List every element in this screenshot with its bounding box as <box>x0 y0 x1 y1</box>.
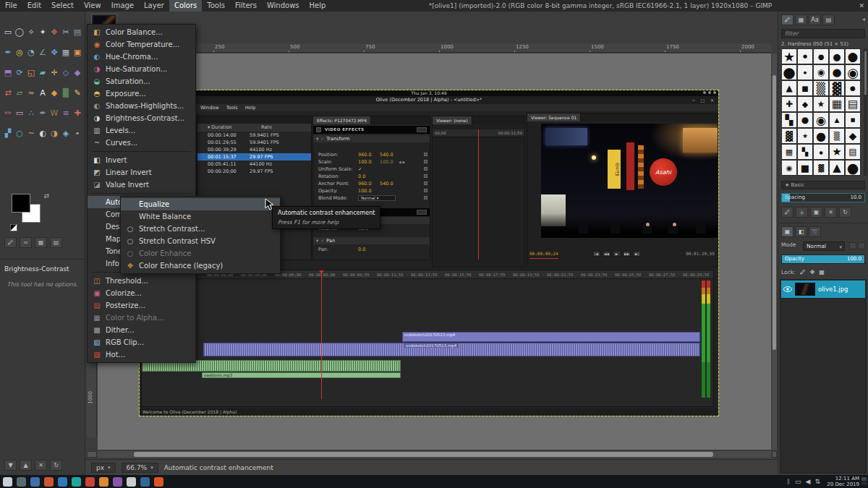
field-value[interactable]: 0.0 <box>358 173 365 180</box>
brush-thumbnail[interactable]: ● <box>797 64 813 80</box>
layer-row-selected[interactable]: olive1.jpg <box>781 281 865 298</box>
menu-edit[interactable]: Edit <box>22 0 46 12</box>
paintbrush-tool[interactable]: ✏ <box>2 103 14 123</box>
menu-item-colorize[interactable]: ▣Colorize... <box>88 287 195 299</box>
clone-tool[interactable]: ≡ <box>60 103 72 123</box>
brush-thumbnail[interactable]: ● <box>797 112 813 128</box>
keyframe-nav-icons[interactable]: ◀ ▶ <box>399 158 405 166</box>
tab-viewer-none[interactable]: Viewer: (none) <box>433 116 472 124</box>
pattern-button[interactable]: ▦ <box>35 237 47 248</box>
menu-item-white-balance[interactable]: White Balance <box>121 210 280 223</box>
menu-item-value-invert[interactable]: ◪Value Invert <box>88 179 195 191</box>
menu-windows[interactable]: Windows <box>262 0 305 12</box>
keyframe-toggle-icon[interactable] <box>424 181 427 185</box>
field-value[interactable]: 100.0 <box>358 187 372 194</box>
tab-patterns[interactable]: ▦ <box>795 14 807 25</box>
bluetooth-icon[interactable]: ᛒ <box>787 478 791 485</box>
brush-thumbnail[interactable]: ● <box>829 64 845 80</box>
reset-tool-options-button[interactable]: ↻ <box>50 460 62 471</box>
save-tool-preset-button[interactable]: ▼ <box>4 460 17 471</box>
keyframe-toggle-icon[interactable] <box>424 153 427 156</box>
brush-thumbnail[interactable]: ● <box>829 48 845 64</box>
enabled-checkbox[interactable]: ✓ <box>320 136 324 141</box>
brush-thumbnail[interactable]: ◉ <box>813 64 829 80</box>
brush-thumbnail[interactable]: ★ <box>781 48 797 64</box>
collapse-icon[interactable]: ▾ <box>316 238 318 244</box>
menu-help[interactable]: Help <box>305 0 331 12</box>
color-picker-tool[interactable]: ◎ <box>14 42 25 62</box>
handle-transform-tool[interactable]: ✛ <box>48 62 60 82</box>
checkbox-checked[interactable]: ✓ <box>358 166 362 173</box>
olive-menu-help[interactable]: Help <box>245 104 256 111</box>
warp-transform-tool[interactable]: ≈ <box>25 82 37 103</box>
scale-tool[interactable]: ◱ <box>25 62 37 82</box>
olive-menu-tools[interactable]: Tools <box>226 104 238 111</box>
tab-brushes[interactable]: 🖉 <box>781 14 793 25</box>
media-item[interactable]: 00:00:20;0029.97 FPS <box>197 168 311 175</box>
brush-filter-input[interactable]: filter <box>781 29 865 38</box>
smudge-tool[interactable]: ~ <box>25 123 37 143</box>
dodge-burn-tool[interactable]: ◐ <box>37 123 48 143</box>
menu-layer[interactable]: Layer <box>139 0 169 12</box>
brush-thumbnail[interactable]: ◆ <box>797 96 813 112</box>
zoom-dropdown[interactable]: 66.7%▾ <box>122 463 158 473</box>
horizontal-scrollbar-thumb[interactable] <box>134 452 713 457</box>
configure-tab-icon[interactable]: ◂ <box>862 16 865 22</box>
play-button[interactable]: ▶ <box>613 251 621 257</box>
menu-file[interactable]: File <box>0 0 22 12</box>
tab-gradients[interactable]: ▤ <box>822 14 835 25</box>
measure-tool[interactable]: ∠ <box>37 42 48 62</box>
brush-thumbnail[interactable]: ▲ <box>829 160 845 176</box>
tab-viewer-sequence[interactable]: Viewer: Sequence 01 <box>527 114 581 121</box>
field-value[interactable]: 0.0 <box>358 246 365 253</box>
ink-tool[interactable]: ✒ <box>37 103 48 123</box>
menu-item-posterize[interactable]: ▤Posterize... <box>88 299 195 312</box>
shear-tool[interactable]: ▰ <box>37 62 48 82</box>
brush-thumbnail[interactable]: ● <box>781 64 797 80</box>
mypaint-brush-tool[interactable]: W <box>48 103 60 123</box>
duplicate-brush-button[interactable]: ▣ <box>810 207 822 218</box>
enabled-checkbox[interactable]: ✓ <box>320 238 324 243</box>
add-effect-button[interactable] <box>417 210 427 215</box>
image-editor-icon[interactable] <box>99 477 109 487</box>
chat-icon[interactable] <box>154 477 163 487</box>
video-clip[interactable]: endsketch20170513.mp4 <box>402 332 700 342</box>
delete-brush-button[interactable]: ✕ <box>825 207 837 218</box>
menu-filters[interactable]: Filters <box>230 0 262 12</box>
field-value[interactable]: 960.0 <box>358 151 372 158</box>
pan-section-header[interactable]: ▾✓Pan <box>313 237 430 244</box>
brush-thumbnail[interactable]: ◆ <box>845 128 861 144</box>
unit-dropdown[interactable]: px▾ <box>91 463 116 473</box>
layer-opacity-slider[interactable]: Opacity 100.0 <box>781 254 865 264</box>
brush-thumbnail[interactable]: ✚ <box>781 96 797 112</box>
brush-thumbnail[interactable]: ▓ <box>829 80 845 96</box>
lock-alpha-icon[interactable]: ▦ <box>819 269 825 275</box>
eraser-tool[interactable]: ▭ <box>14 103 25 123</box>
keyframe-toggle-icon[interactable] <box>424 167 427 171</box>
gradient-button[interactable]: ▤ <box>50 237 62 248</box>
volume-icon[interactable]: ◀ <box>806 478 811 485</box>
mode-extra-buttons[interactable] <box>849 242 865 249</box>
track-buttons[interactable]: ○＋ <box>143 361 148 372</box>
cage-transform-tool[interactable]: ▱ <box>14 82 25 103</box>
brush-thumbnail[interactable]: ● <box>845 48 861 64</box>
menu-item-brightness-contrast[interactable]: ◑Brightness-Contrast... <box>88 112 195 124</box>
brush-editor-button[interactable]: 🖉 <box>4 237 17 248</box>
brush-thumbnail[interactable]: ● <box>845 160 861 176</box>
skip-to-start-button[interactable]: |◀ <box>592 251 600 257</box>
refresh-brushes-button[interactable]: ↻ <box>839 207 851 218</box>
brush-thumbnail[interactable]: ■ <box>797 160 813 176</box>
brush-thumbnail[interactable]: ★ <box>797 128 813 144</box>
tab-paths[interactable]: ➰ <box>809 226 821 237</box>
visibility-eye-icon[interactable] <box>783 285 792 294</box>
quick-mask-button[interactable] <box>87 451 97 458</box>
menu-item-hue-chroma[interactable]: ◐Hue-Chroma... <box>88 51 195 63</box>
field-value[interactable]: 960.0 <box>358 180 372 187</box>
menu-item-color-balance[interactable]: ◧Color Balance... <box>88 26 195 38</box>
terminal-icon[interactable] <box>127 477 136 487</box>
spacing-value[interactable]: 10.0 <box>850 194 861 202</box>
keyframe-toggle-icon[interactable] <box>424 196 427 200</box>
lock-position-icon[interactable]: ✥ <box>810 269 815 275</box>
taskbar-clock[interactable]: 12:11 AM 20 Dec 2019 <box>827 476 859 487</box>
media-player-icon[interactable] <box>85 477 95 487</box>
